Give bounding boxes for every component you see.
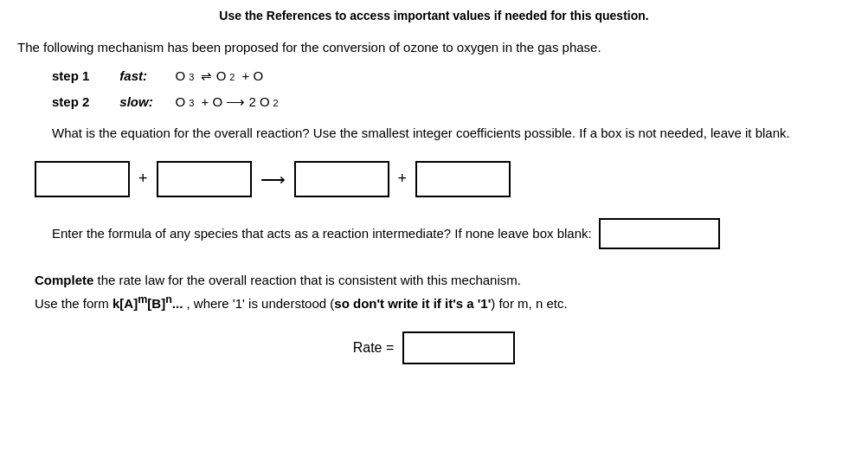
steps-container: step 1 fast: O3 ⇌ O2 + O step 2 slow: O3… xyxy=(52,68,851,110)
product-2-input[interactable] xyxy=(415,161,511,197)
rate-row: Rate = xyxy=(17,331,851,364)
rate-law-section: Complete the rate law for the overall re… xyxy=(35,270,851,314)
step-2: step 2 slow: O3 + O ⟶ 2 O2 xyxy=(52,94,851,110)
rate-law-line1: Complete the rate law for the overall re… xyxy=(35,270,851,291)
intro-text: The following mechanism has been propose… xyxy=(17,40,851,55)
step1-equation: O3 ⇌ O2 + O xyxy=(164,68,263,84)
step2-label: step 2 xyxy=(52,94,113,109)
plus-sign-1: + xyxy=(138,170,148,188)
step-1: step 1 fast: O3 ⇌ O2 + O xyxy=(52,68,851,84)
step1-speed: fast: xyxy=(113,68,164,83)
step1-label: step 1 xyxy=(52,68,113,83)
step2-speed: slow: xyxy=(113,94,164,109)
dont-write-text: so don't write it if it's a '1' xyxy=(334,296,491,311)
intermediate-row: Enter the formula of any species that ac… xyxy=(52,218,851,249)
intermediate-label: Enter the formula of any species that ac… xyxy=(52,226,592,241)
header-text: Use the References to access important v… xyxy=(17,9,851,23)
rate-law-line1-rest: the rate law for the overall reaction th… xyxy=(98,273,521,287)
reaction-arrow: ⟶ xyxy=(260,169,286,190)
rate-law-line2: Use the form k[A]m[B]n... , where '1' is… xyxy=(35,291,851,314)
reaction-equation-row: + ⟶ + xyxy=(35,161,851,197)
step2-equation: O3 + O ⟶ 2 O2 xyxy=(164,94,279,110)
complete-bold: Complete xyxy=(35,273,93,287)
rate-label: Rate = xyxy=(353,340,395,356)
rate-input[interactable] xyxy=(402,331,515,364)
form-text: k[A]m[B]n... xyxy=(113,296,183,311)
product-1-input[interactable] xyxy=(294,161,389,197)
intermediate-input[interactable] xyxy=(599,218,720,249)
reactant-1-input[interactable] xyxy=(35,161,130,197)
question-text: What is the equation for the overall rea… xyxy=(52,124,851,144)
reactant-2-input[interactable] xyxy=(157,161,252,197)
plus-sign-2: + xyxy=(398,170,408,188)
